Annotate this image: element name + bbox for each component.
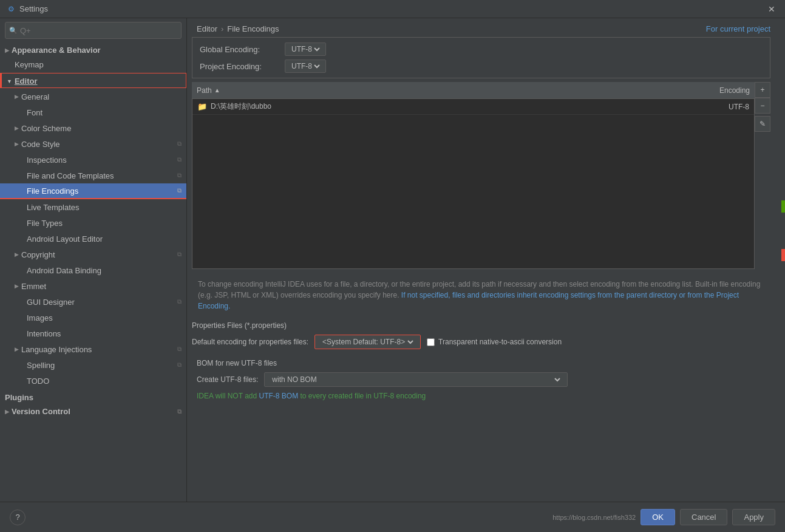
expand-icon: ▶: [15, 94, 19, 100]
sidebar-item-emmet[interactable]: ▶ Emmet: [0, 278, 186, 294]
sidebar-item-version-control[interactable]: ▶ Version Control ⧉: [0, 404, 186, 418]
bom-note-mid: add: [243, 392, 259, 400]
edit-row-button[interactable]: ✎: [755, 116, 770, 132]
window-title: Settings: [19, 4, 764, 13]
path-cell: D:\英雄时刻\dubbo: [211, 101, 628, 112]
sidebar-label: Keymap: [15, 60, 44, 69]
sidebar-label: Version Control: [12, 407, 70, 416]
sidebar-label: Android Layout Editor: [27, 234, 103, 244]
accent-red: [781, 249, 785, 261]
create-utf8-select[interactable]: with NO BOM with BOM: [264, 372, 568, 387]
copy-icon: ⧉: [177, 346, 182, 353]
sidebar-label: File Encodings: [27, 186, 78, 196]
sidebar-label: Live Templates: [27, 203, 79, 212]
sidebar-label: Color Scheme: [21, 124, 71, 133]
encoding-column-header: Encoding: [633, 82, 755, 98]
sidebar-item-general[interactable]: ▶ General: [0, 89, 186, 104]
create-utf8-label: Create UTF-8 files:: [197, 375, 258, 384]
project-encoding-row: Project Encoding: UTF-8: [200, 60, 763, 73]
expand-icon: ▶: [15, 283, 19, 289]
sidebar: 🔍 ▶ Appearance & Behavior Keymap ▼ Edito…: [0, 18, 187, 502]
content-area: Editor › File Encodings For current proj…: [187, 18, 780, 502]
global-encoding-select[interactable]: UTF-8: [285, 43, 326, 56]
sidebar-label: Inspections: [27, 155, 67, 165]
search-input[interactable]: [20, 26, 177, 35]
sidebar-item-language-injections[interactable]: ▶ Language Injections ⧉: [0, 341, 186, 357]
sidebar-item-live-templates[interactable]: Live Templates: [0, 199, 186, 215]
encoding-cell: UTF-8: [628, 103, 749, 111]
search-box[interactable]: 🔍: [5, 22, 182, 39]
copy-icon: ⧉: [177, 172, 182, 179]
sidebar-item-android-data-binding[interactable]: Android Data Binding: [0, 262, 186, 278]
app-icon: ⚙: [6, 4, 16, 14]
sidebar-item-copyright[interactable]: ▶ Copyright ⧉: [0, 247, 186, 262]
bom-section-header: BOM for new UTF-8 files: [192, 354, 775, 370]
sidebar-item-android-layout-editor[interactable]: Android Layout Editor: [0, 231, 186, 247]
sidebar-item-file-types[interactable]: File Types: [0, 215, 186, 231]
sidebar-label: Android Data Binding: [27, 266, 101, 275]
copy-icon: ⧉: [177, 156, 182, 163]
search-icon: 🔍: [9, 27, 18, 35]
create-utf8-dropdown[interactable]: with NO BOM with BOM: [270, 375, 562, 384]
sidebar-item-intentions[interactable]: Intentions: [0, 326, 186, 341]
sidebar-item-images[interactable]: Images: [0, 310, 186, 326]
global-encoding-row: Global Encoding: UTF-8: [200, 43, 763, 56]
expand-icon: ▶: [15, 125, 19, 131]
path-header-text: Path: [197, 86, 212, 95]
sidebar-item-todo[interactable]: TODO: [0, 373, 186, 389]
sidebar-label: TODO: [27, 377, 49, 386]
sidebar-label: Copyright: [21, 250, 55, 259]
copy-icon: ⧉: [177, 251, 182, 258]
sidebar-item-file-code-templates[interactable]: File and Code Templates ⧉: [0, 168, 186, 183]
sidebar-label: Code Style: [21, 140, 60, 149]
global-encoding-dropdown[interactable]: UTF-8: [289, 44, 322, 54]
copy-icon: ⧉: [177, 361, 182, 369]
sidebar-item-appearance[interactable]: ▶ Appearance & Behavior: [0, 43, 186, 56]
sidebar-item-keymap[interactable]: Keymap: [0, 56, 186, 72]
default-encoding-row: Default encoding for properties files: <…: [187, 332, 780, 352]
sidebar-item-file-encodings[interactable]: File Encodings ⧉: [0, 183, 186, 199]
sidebar-label: File and Code Templates: [27, 171, 114, 180]
add-row-button[interactable]: +: [755, 82, 770, 98]
create-utf8-row: Create UTF-8 files: with NO BOM with BOM: [192, 370, 775, 389]
path-column-header[interactable]: Path ▲: [192, 82, 633, 98]
sidebar-label: GUI Designer: [27, 298, 75, 307]
default-encoding-dropdown[interactable]: <System Default: UTF-8>: [320, 337, 415, 347]
breadcrumb-current: File Encodings: [227, 24, 279, 33]
sidebar-item-plugins[interactable]: Plugins: [0, 390, 186, 404]
ok-button[interactable]: OK: [641, 509, 675, 525]
transparent-conversion-label: Transparent native-to-ascii conversion: [438, 338, 562, 346]
for-current-project-link[interactable]: For current project: [706, 24, 770, 33]
remove-row-button[interactable]: −: [755, 98, 770, 114]
help-button[interactable]: ?: [10, 510, 25, 525]
encoding-settings: Global Encoding: UTF-8 Project Encoding:…: [192, 37, 770, 78]
default-encoding-select[interactable]: <System Default: UTF-8>: [314, 335, 421, 349]
sidebar-item-code-style[interactable]: ▶ Code Style ⧉: [0, 136, 186, 152]
sidebar-item-color-scheme[interactable]: ▶ Color Scheme: [0, 120, 186, 136]
transparent-conversion-checkbox[interactable]: [427, 338, 435, 346]
sidebar-item-inspections[interactable]: Inspections ⧉: [0, 152, 186, 168]
sidebar-item-gui-designer[interactable]: GUI Designer ⧉: [0, 294, 186, 310]
cancel-button[interactable]: Cancel: [680, 509, 727, 525]
main-layout: 🔍 ▶ Appearance & Behavior Keymap ▼ Edito…: [0, 18, 785, 502]
sidebar-item-spelling[interactable]: Spelling ⧉: [0, 357, 186, 373]
expand-icon: ▶: [15, 141, 19, 147]
apply-button[interactable]: Apply: [732, 509, 775, 525]
bom-section: BOM for new UTF-8 files Create UTF-8 fil…: [187, 352, 780, 405]
bom-link[interactable]: UTF-8 BOM: [259, 392, 299, 400]
breadcrumb-parent: Editor: [197, 24, 217, 33]
sidebar-item-font[interactable]: Font: [0, 104, 186, 120]
bom-header-text: BOM for new UTF-8 files: [197, 359, 277, 367]
close-button[interactable]: ✕: [764, 3, 779, 15]
table-header: Path ▲ Encoding: [192, 82, 755, 99]
copy-icon: ⧉: [177, 187, 182, 194]
accent-green: [781, 200, 785, 213]
project-encoding-select[interactable]: UTF-8: [285, 60, 326, 73]
encoding-header-text: Encoding: [719, 86, 750, 95]
right-accent-bar: [780, 18, 785, 502]
copy-icon: ⧉: [177, 408, 182, 415]
table-row[interactable]: 📁 D:\英雄时刻\dubbo UTF-8: [192, 99, 754, 115]
sidebar-item-editor[interactable]: ▼ Editor: [0, 73, 186, 88]
project-encoding-dropdown[interactable]: UTF-8: [289, 61, 322, 71]
copy-icon: ⧉: [177, 140, 182, 148]
